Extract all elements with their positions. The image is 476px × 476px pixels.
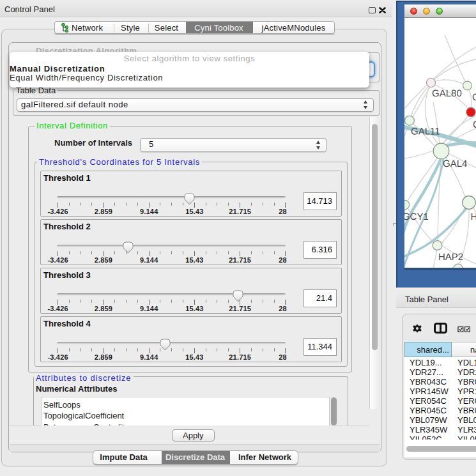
svg-text:CD: CD <box>473 119 476 130</box>
svg-text:GA: GA <box>472 91 476 102</box>
svg-text:HAP2: HAP2 <box>438 251 463 262</box>
svg-text:HI: HI <box>470 211 476 222</box>
svg-text:GAL11: GAL11 <box>411 125 440 136</box>
svg-text:GCY1: GCY1 <box>404 211 429 222</box>
svg-text:GAL80: GAL80 <box>432 88 462 98</box>
svg-text:GAL4: GAL4 <box>443 158 467 169</box>
